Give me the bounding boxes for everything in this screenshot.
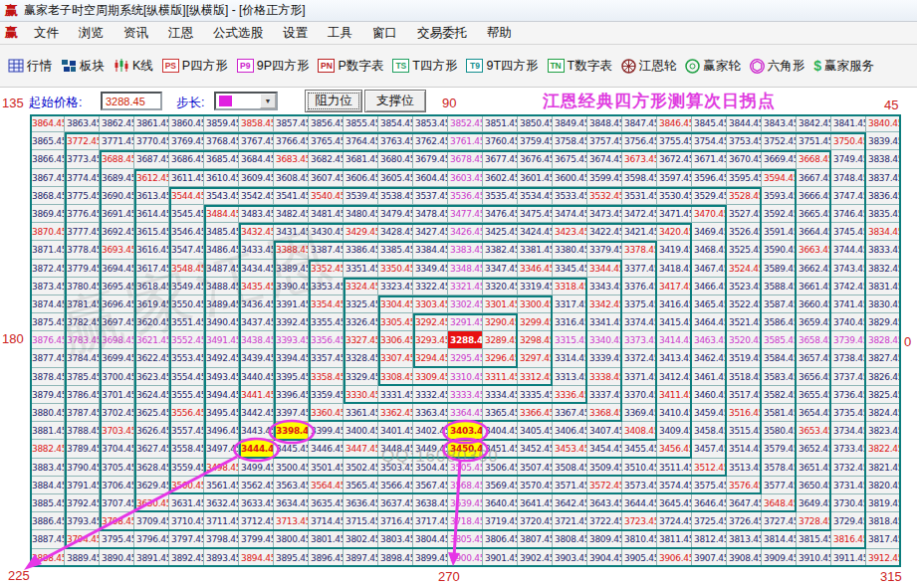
grid-cell[interactable]: 3630.45 xyxy=(134,494,169,512)
grid-cell[interactable]: 3615.45 xyxy=(134,223,169,241)
grid-cell[interactable]: 3553.45 xyxy=(169,349,204,367)
grid-cell[interactable]: 3430.45 xyxy=(309,223,344,241)
grid-cell[interactable]: 3867.45 xyxy=(30,169,65,187)
grid-cell[interactable]: 3537.45 xyxy=(413,187,448,205)
toolbar-item-行情[interactable]: 行情 xyxy=(8,58,52,75)
grid-cell[interactable]: 3476.45 xyxy=(483,205,518,223)
grid-cell[interactable]: 3487.45 xyxy=(204,260,239,278)
grid-cell[interactable]: 3679.45 xyxy=(413,150,448,168)
grid-cell[interactable]: 3437.45 xyxy=(239,313,274,331)
grid-cell[interactable]: 3714.45 xyxy=(309,512,344,530)
grid-cell[interactable]: 3887.45 xyxy=(30,530,65,548)
grid-cell[interactable]: 3453.45 xyxy=(553,440,587,458)
grid-cell[interactable]: 3644.45 xyxy=(622,494,657,512)
grid-cell[interactable]: 3489.45 xyxy=(204,295,239,313)
grid-cell[interactable]: 3811.45 xyxy=(657,530,692,548)
grid-cell[interactable]: 3729.45 xyxy=(831,512,866,530)
grid-cell[interactable]: 3493.45 xyxy=(204,368,239,386)
grid-cell[interactable]: 3572.45 xyxy=(587,477,622,494)
grid-cell[interactable]: 3450.45 xyxy=(448,440,483,458)
grid-cell[interactable]: 3556.45 xyxy=(169,404,204,422)
grid-cell[interactable]: 3312.45 xyxy=(518,368,553,386)
grid-cell[interactable]: 3842.45 xyxy=(797,114,831,132)
grid-cell[interactable]: 3818.45 xyxy=(866,512,901,530)
grid-cell[interactable]: 3831.45 xyxy=(866,278,901,295)
grid-cell[interactable]: 3332.45 xyxy=(413,386,448,404)
grid-cell[interactable]: 3813.45 xyxy=(727,530,762,548)
grid-cell[interactable]: 3399.45 xyxy=(309,422,344,440)
grid-cell[interactable]: 3456.45 xyxy=(657,440,692,458)
grid-cell[interactable]: 3511.45 xyxy=(657,459,692,477)
grid-cell[interactable]: 3552.45 xyxy=(169,331,204,349)
grid-cell[interactable]: 3757.45 xyxy=(587,132,622,150)
grid-cell[interactable]: 3832.45 xyxy=(866,260,901,278)
grid-cell[interactable]: 3624.45 xyxy=(134,386,169,404)
grid-cell[interactable]: 3416.45 xyxy=(657,295,692,313)
grid-cell[interactable]: 3293.45 xyxy=(413,331,448,349)
grid-cell[interactable]: 3613.45 xyxy=(134,187,169,205)
grid-cell[interactable]: 3496.45 xyxy=(204,422,239,440)
grid-cell[interactable]: 3534.45 xyxy=(518,187,553,205)
grid-cell[interactable]: 3821.45 xyxy=(866,459,901,477)
grid-cell[interactable]: 3747.45 xyxy=(831,187,866,205)
grid-cell[interactable]: 3429.45 xyxy=(344,223,378,241)
grid-cell[interactable]: 3805.45 xyxy=(448,530,483,548)
grid-cell[interactable]: 3767.45 xyxy=(239,132,274,150)
grid-cell[interactable]: 3544.45 xyxy=(169,187,204,205)
grid-cell[interactable]: 3446.45 xyxy=(309,440,344,458)
grid-cell[interactable]: 3694.45 xyxy=(100,260,134,278)
grid-cell[interactable]: 3296.45 xyxy=(483,349,518,367)
grid-cell[interactable]: 3606.45 xyxy=(344,169,378,187)
menu-item-公式选股[interactable]: 公式选股 xyxy=(203,25,273,42)
grid-cell[interactable]: 3716.45 xyxy=(378,512,413,530)
grid-cell[interactable]: 3557.45 xyxy=(169,422,204,440)
grid-cell[interactable]: 3844.45 xyxy=(727,114,762,132)
grid-cell[interactable]: 3622.45 xyxy=(134,349,169,367)
grid-cell[interactable]: 3539.45 xyxy=(344,187,378,205)
grid-cell[interactable]: 3431.45 xyxy=(274,223,309,241)
grid-cell[interactable]: 3810.45 xyxy=(622,530,657,548)
grid-cell[interactable]: 3381.45 xyxy=(518,241,553,259)
grid-cell[interactable]: 3555.45 xyxy=(169,386,204,404)
grid-cell[interactable]: 3420.45 xyxy=(657,223,692,241)
grid-cell[interactable]: 3542.45 xyxy=(239,187,274,205)
grid-cell[interactable]: 3499.45 xyxy=(239,459,274,477)
grid-cell[interactable]: 3826.45 xyxy=(866,368,901,386)
grid-cell[interactable]: 3378.45 xyxy=(622,241,657,259)
grid-cell[interactable]: 3860.45 xyxy=(169,114,204,132)
grid-cell[interactable]: 3356.45 xyxy=(309,331,344,349)
grid-cell[interactable]: 3725.45 xyxy=(692,512,727,530)
grid-cell[interactable]: 3893.45 xyxy=(204,549,239,567)
grid-cell[interactable]: 3676.45 xyxy=(518,150,553,168)
grid-cell[interactable]: 3804.45 xyxy=(413,530,448,548)
grid-cell[interactable]: 3901.45 xyxy=(483,549,518,567)
grid-cell[interactable]: 3635.45 xyxy=(309,494,344,512)
grid-cell[interactable]: 3316.45 xyxy=(553,313,587,331)
grid-cell[interactable]: 3776.45 xyxy=(65,205,100,223)
grid-cell[interactable]: 3509.45 xyxy=(587,459,622,477)
grid-cell[interactable]: 3777.45 xyxy=(65,223,100,241)
grid-cell[interactable]: 3845.45 xyxy=(692,114,727,132)
grid-cell[interactable]: 3656.45 xyxy=(797,368,831,386)
grid-cell[interactable]: 3336.45 xyxy=(553,386,587,404)
grid-cell[interactable]: 3586.45 xyxy=(762,313,797,331)
grid-cell[interactable]: 3910.45 xyxy=(797,549,831,567)
grid-cell[interactable]: 3621.45 xyxy=(134,331,169,349)
grid-cell[interactable]: 3535.45 xyxy=(483,187,518,205)
grid-cell[interactable]: 3310.45 xyxy=(448,368,483,386)
grid-cell[interactable]: 3755.45 xyxy=(657,132,692,150)
grid-cell[interactable]: 3675.45 xyxy=(553,150,587,168)
grid-cell[interactable]: 3313.45 xyxy=(553,368,587,386)
grid-cell[interactable]: 3743.45 xyxy=(831,260,866,278)
grid-cell[interactable]: 3314.45 xyxy=(553,349,587,367)
grid-cell[interactable]: 3525.45 xyxy=(727,241,762,259)
grid-cell[interactable]: 3643.45 xyxy=(587,494,622,512)
grid-cell[interactable]: 3344.45 xyxy=(587,260,622,278)
grid-cell[interactable]: 3596.45 xyxy=(692,169,727,187)
grid-cell[interactable]: 3638.45 xyxy=(413,494,448,512)
grid-cell[interactable]: 3599.45 xyxy=(587,169,622,187)
grid-cell[interactable]: 3657.45 xyxy=(797,349,831,367)
grid-cell[interactable]: 3329.45 xyxy=(344,368,378,386)
grid-cell[interactable]: 3551.45 xyxy=(169,313,204,331)
toolbar-item-K线[interactable]: K线 xyxy=(114,58,153,75)
